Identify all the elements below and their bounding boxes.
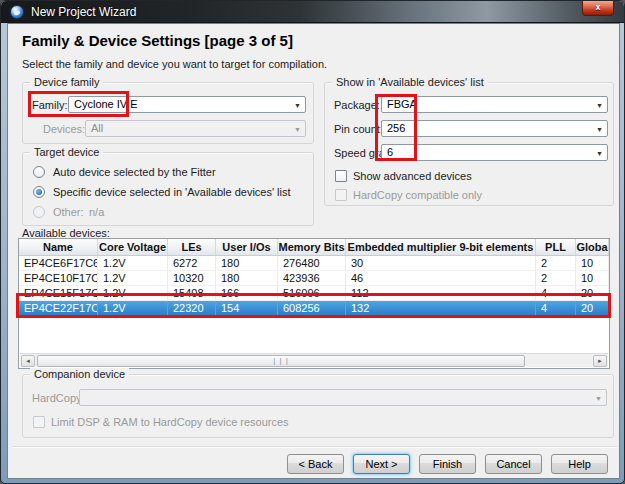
table-cell: 10 <box>576 256 609 270</box>
hardcopy-compatible-checkbox <box>335 189 347 201</box>
devices-value: All <box>91 122 103 134</box>
pin-count-label: Pin count: <box>334 123 383 135</box>
radio-other <box>33 206 45 218</box>
table-cell: 516096 <box>278 286 346 300</box>
column-header[interactable]: Core Voltage <box>98 239 168 255</box>
table-row[interactable]: EP4CE22F17C61.2V22320154608256132420 <box>19 301 609 316</box>
titlebar[interactable]: New Project Wizard x <box>1 1 624 23</box>
limit-dsp-ram-checkbox <box>33 416 45 428</box>
finish-button[interactable]: Finish <box>419 454 476 474</box>
table-cell: 46 <box>346 271 536 285</box>
table-cell: 2 <box>536 271 576 285</box>
table-cell: 20 <box>576 286 609 300</box>
radio-auto-device[interactable] <box>33 166 45 178</box>
column-header[interactable]: Memory Bits <box>278 239 346 255</box>
table-cell: 1.2V <box>98 301 168 315</box>
table-cell: 166 <box>216 286 278 300</box>
pin-count-dropdown[interactable]: 256 ▼ <box>381 120 608 137</box>
table-cell: EP4CE15F17C6 <box>19 286 98 300</box>
table-cell: 276480 <box>278 256 346 270</box>
table-row[interactable]: EP4CE6F17C61.2V627218027648030210 <box>19 256 609 271</box>
table-cell: 1.2V <box>98 271 168 285</box>
table-cell: 30 <box>346 256 536 270</box>
hardcopy-label: HardCopy: <box>32 392 85 404</box>
back-button[interactable]: < Back <box>287 454 344 474</box>
table-cell: 10 <box>576 271 609 285</box>
table-cell: 15408 <box>168 286 216 300</box>
column-header[interactable]: Embedded multiplier 9-bit elements <box>346 239 536 255</box>
chevron-down-icon: ▼ <box>595 391 602 406</box>
radio-specific-device[interactable] <box>33 186 45 198</box>
show-advanced-checkbox[interactable] <box>335 170 347 182</box>
group-title: Device family <box>30 76 103 88</box>
table-row[interactable]: EP4CE15F17C61.2V15408166516096112420 <box>19 286 609 301</box>
help-button[interactable]: Help <box>551 454 608 474</box>
page-subtitle: Select the family and device you want to… <box>22 58 327 70</box>
table-cell: 1.2V <box>98 256 168 270</box>
footer-separator <box>12 446 617 448</box>
column-header[interactable]: Globa <box>576 239 609 255</box>
group-title: Companion device <box>30 368 129 380</box>
table-cell: 20 <box>576 301 609 315</box>
devices-dropdown: All ▼ <box>85 120 306 137</box>
table-cell: 4 <box>536 286 576 300</box>
next-button[interactable]: Next > <box>353 454 410 474</box>
group-title: Target device <box>30 146 103 158</box>
available-devices-table: NameCore VoltageLEsUser I/OsMemory BitsE… <box>18 238 610 369</box>
column-header[interactable]: Name <box>19 239 98 255</box>
page-title: Family & Device Settings [page 3 of 5] <box>22 32 293 49</box>
footer-buttons: < Back Next > Finish Cancel Help <box>287 454 608 474</box>
table-cell: 22320 <box>168 301 216 315</box>
column-header[interactable]: LEs <box>168 239 216 255</box>
chevron-down-icon: ▼ <box>596 146 603 161</box>
table-cell: 10320 <box>168 271 216 285</box>
show-advanced-label: Show advanced devices <box>353 170 472 182</box>
device-family-group: Device family Family: Cyclone IV E ▼ Dev… <box>22 82 314 144</box>
show-in-list-group: Show in 'Available devices' list Package… <box>324 82 614 206</box>
radio-auto-device-label: Auto device selected by the Fitter <box>53 166 216 178</box>
devices-label: Devices: <box>43 123 85 135</box>
scroll-left-icon[interactable]: ◄ <box>21 355 35 367</box>
table-header-row: NameCore VoltageLEsUser I/OsMemory BitsE… <box>19 239 609 256</box>
chevron-down-icon: ▼ <box>294 122 301 137</box>
table-cell: 423936 <box>278 271 346 285</box>
table-cell: EP4CE22F17C6 <box>19 301 98 315</box>
pin-count-value: 256 <box>387 122 405 134</box>
table-body: EP4CE6F17C61.2V627218027648030210EP4CE10… <box>19 256 609 353</box>
cancel-button[interactable]: Cancel <box>485 454 542 474</box>
hardcopy-compatible-label: HardCopy compatible only <box>353 189 482 201</box>
table-cell: 154 <box>216 301 278 315</box>
target-device-group: Target device Auto device selected by th… <box>22 152 314 226</box>
radio-other-value: n/a <box>89 206 104 218</box>
close-icon[interactable]: x <box>582 1 614 16</box>
new-project-wizard-window: New Project Wizard x Family & Device Set… <box>0 0 625 484</box>
table-cell: 4 <box>536 301 576 315</box>
scroll-right-icon[interactable]: ► <box>593 355 607 367</box>
companion-device-group: Companion device HardCopy: ▼ Limit DSP &… <box>22 374 614 438</box>
column-header[interactable]: PLL <box>536 239 576 255</box>
table-cell: 1.2V <box>98 286 168 300</box>
radio-other-label: Other: <box>53 206 84 218</box>
speed-grade-dropdown[interactable]: 6 ▼ <box>381 144 608 161</box>
table-cell: 6272 <box>168 256 216 270</box>
table-cell: 608256 <box>278 301 346 315</box>
scrollbar-thumb[interactable]: | | | <box>37 355 525 367</box>
table-cell: 2 <box>536 256 576 270</box>
package-dropdown[interactable]: FBGA ▼ <box>381 96 608 113</box>
chevron-down-icon: ▼ <box>596 98 603 113</box>
table-cell: EP4CE10F17C6 <box>19 271 98 285</box>
column-header[interactable]: User I/Os <box>216 239 278 255</box>
quartus-app-icon <box>10 5 24 19</box>
family-dropdown[interactable]: Cyclone IV E ▼ <box>68 96 306 113</box>
limit-dsp-ram-label: Limit DSP & RAM to HardCopy device resou… <box>51 416 289 428</box>
table-cell: 180 <box>216 271 278 285</box>
table-row[interactable]: EP4CE10F17C61.2V1032018042393646210 <box>19 271 609 286</box>
window-title: New Project Wizard <box>31 5 136 19</box>
radio-specific-device-label: Specific device selected in 'Available d… <box>53 186 291 198</box>
table-cell: 112 <box>346 286 536 300</box>
dialog-content: Family & Device Settings [page 3 of 5] S… <box>7 23 620 479</box>
hardcopy-dropdown: ▼ <box>79 389 607 406</box>
horizontal-scrollbar[interactable]: ◄ | | | ► <box>20 353 608 367</box>
table-cell: EP4CE6F17C6 <box>19 256 98 270</box>
family-value: Cyclone IV E <box>74 98 138 110</box>
